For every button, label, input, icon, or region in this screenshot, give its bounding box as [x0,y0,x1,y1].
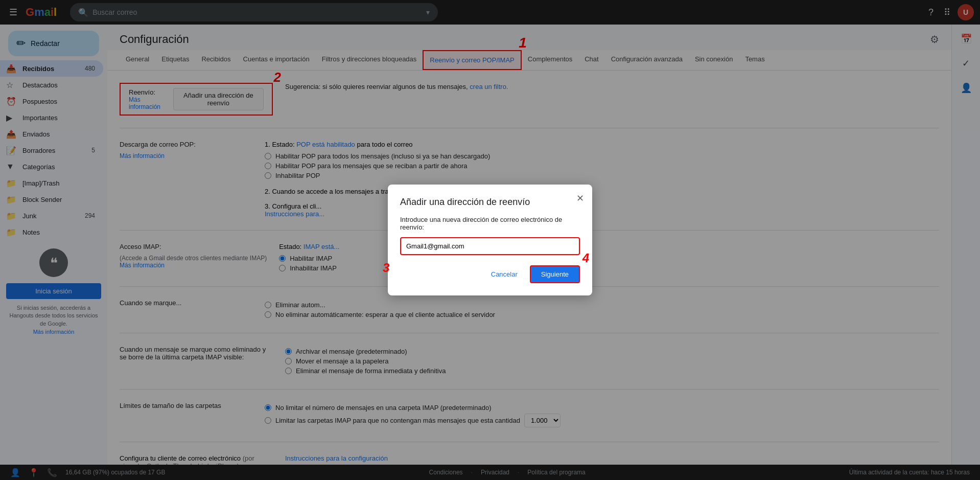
annotation-3: 3 [383,261,389,275]
modal-next-button[interactable]: Siguiente [530,265,580,283]
annotation-4: 4 [582,251,589,265]
modal-close-button[interactable]: ✕ [576,193,584,204]
add-forwarding-modal: ✕ Añadir una dirección de reenvío Introd… [388,185,592,295]
modal-desc: Introduce una nueva dirección de correo … [400,216,580,231]
modal-buttons: Cancelar Siguiente 4 [400,265,580,283]
modal-next-wrapper: Siguiente 4 [530,265,580,283]
modal-overlay: ✕ Añadir una dirección de reenvío Introd… [0,0,980,480]
modal-cancel-button[interactable]: Cancelar [485,266,524,282]
modal-title: Añadir una dirección de reenvío [400,197,580,208]
forwarding-email-input[interactable] [400,237,580,255]
